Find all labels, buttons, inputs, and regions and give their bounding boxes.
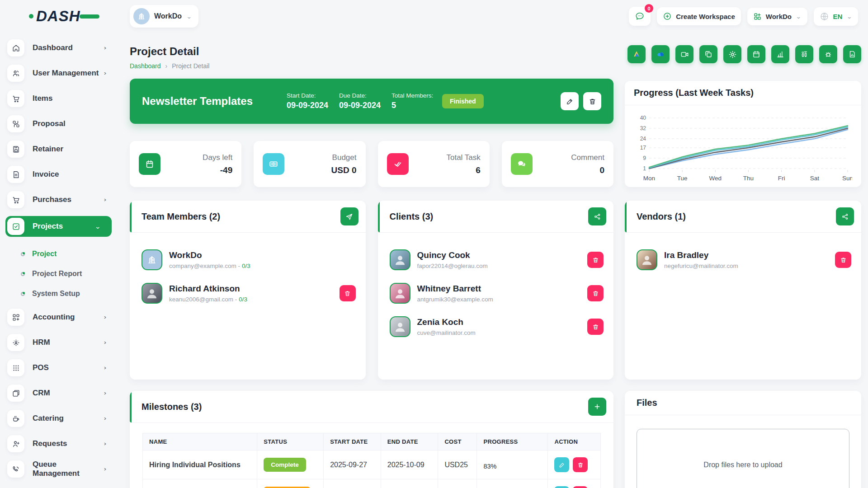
language-selector[interactable]: EN ⌄: [814, 7, 858, 26]
remove-client-button[interactable]: [587, 285, 604, 301]
progress-chart-title: Progress (Last Week Tasks): [634, 88, 754, 98]
column-header: START DATE: [324, 433, 381, 450]
clients-card: Clients (3) Quincy Cook fapor22014@ogler…: [378, 201, 614, 380]
logo-text: DASH: [36, 8, 80, 25]
send-icon: [345, 213, 353, 221]
workspace-switcher[interactable]: WorkDo ⌄: [130, 5, 198, 28]
cart-icon: [7, 90, 24, 107]
video-meeting-button[interactable]: [675, 45, 693, 63]
sidebar-item-crm[interactable]: CRM ›: [7, 384, 112, 402]
bar-chart-icon: [776, 50, 784, 58]
member-email: company@example.com -0/3: [169, 263, 250, 269]
page-header: Project Detail Dashboard › Project Detai…: [130, 45, 861, 70]
stat-total-task: Total Task 6: [378, 141, 490, 187]
team-member-row: Richard Atkinson keanu2006@gmail.com -0/…: [142, 280, 356, 307]
share-vendors-button[interactable]: [836, 207, 854, 225]
target-user-icon: [7, 334, 24, 351]
sidebar-item-hrm[interactable]: HRM ›: [7, 333, 112, 352]
svg-text:Mon: Mon: [643, 175, 655, 182]
sidebar-subitem-system-setup[interactable]: System Setup: [7, 284, 112, 304]
svg-text:40: 40: [640, 115, 646, 121]
google-drive-button[interactable]: [627, 45, 646, 63]
chevron-right-icon: ›: [104, 44, 106, 51]
sidebar-item-dashboard[interactable]: Dashboard ›: [7, 39, 112, 57]
edit-milestone-button[interactable]: [554, 457, 569, 472]
video-icon: [680, 50, 689, 59]
delete-milestone-button[interactable]: [573, 486, 588, 488]
sidebar-subitem-project-report[interactable]: Project Report: [7, 264, 112, 284]
sidebar-item-proposal[interactable]: Proposal: [7, 115, 112, 133]
messages-button[interactable]: 0: [629, 7, 651, 26]
language-label: EN: [833, 13, 843, 20]
remove-client-button[interactable]: [587, 319, 604, 335]
copy-button[interactable]: [699, 45, 717, 63]
settings-button[interactable]: [723, 45, 741, 63]
chevron-right-icon: ›: [104, 389, 106, 396]
sidebar-item-catering[interactable]: Catering ›: [7, 409, 112, 427]
bug-report-button[interactable]: [819, 45, 837, 63]
sidebar: Dashboard › User Management › Items Prop…: [0, 33, 116, 488]
project-name: Newsletter Templates: [142, 95, 287, 108]
sidebar-subitem-project[interactable]: Project: [7, 244, 112, 264]
chevron-right-icon: ›: [104, 196, 106, 203]
chevron-down-icon: ⌄: [796, 14, 802, 19]
sidebar-item-pos[interactable]: POS ›: [7, 359, 112, 377]
vendors-card: Vendors (1) Ira Bradley negefuricu@maili…: [625, 201, 861, 380]
sidebar-item-accounting[interactable]: Accounting ›: [7, 308, 112, 326]
chevron-right-icon: ›: [104, 314, 106, 320]
grid-plus-icon: [7, 309, 24, 326]
coffee-icon: [7, 410, 24, 427]
chart-button[interactable]: [771, 45, 789, 63]
share-icon: [594, 213, 601, 221]
sidebar-item-queue-management[interactable]: Queue Management ›: [7, 460, 112, 478]
sidebar-item-user-management[interactable]: User Management ›: [7, 64, 112, 82]
svg-text:24: 24: [640, 136, 646, 142]
workspace-menu[interactable]: WorkDo ⌄: [747, 8, 807, 25]
breadcrumb-dashboard-link[interactable]: Dashboard: [130, 62, 161, 70]
sidebar-item-items[interactable]: Items: [7, 89, 112, 108]
calendar-button[interactable]: [747, 45, 765, 63]
member-name: Zenia Koch: [417, 317, 476, 327]
edit-milestone-button[interactable]: [554, 486, 569, 488]
logo-bar: [80, 14, 99, 19]
create-workspace-button[interactable]: Create Workspace: [657, 7, 741, 25]
column-header: ACTION: [548, 433, 601, 450]
avatar: [390, 249, 410, 270]
file-dropzone[interactable]: Drop files here to upload: [637, 429, 849, 488]
column-header: STATUS: [257, 433, 324, 450]
remove-client-button[interactable]: [587, 252, 604, 268]
tracker-button[interactable]: [795, 45, 813, 63]
sidebar-item-retainer[interactable]: Retainer: [7, 140, 112, 158]
client-row: Quincy Cook fapor22014@oglerau.com: [390, 246, 604, 273]
avatar: [637, 249, 657, 270]
remove-vendor-button[interactable]: [835, 252, 851, 268]
delete-project-button[interactable]: [583, 92, 601, 110]
edit-project-button[interactable]: [561, 92, 579, 110]
sidebar-item-purchases[interactable]: Purchases ›: [7, 191, 112, 209]
calendar-icon: [139, 153, 160, 175]
delete-milestone-button[interactable]: [573, 457, 588, 472]
sidebar-item-projects[interactable]: Projects ⌄: [5, 216, 112, 237]
user-plus-icon: [7, 435, 24, 452]
trash-icon: [840, 257, 847, 263]
share-clients-button[interactable]: [588, 207, 606, 225]
member-name: Quincy Cook: [417, 250, 488, 260]
onedrive-button[interactable]: [651, 45, 670, 63]
breadcrumb-separator: ›: [165, 62, 168, 70]
globe-icon: [820, 12, 829, 21]
invite-member-button[interactable]: [340, 207, 359, 225]
chevron-down-icon: ⌄: [846, 14, 852, 19]
svg-text:Sat: Sat: [810, 175, 820, 182]
report-file-button[interactable]: [843, 45, 861, 63]
workspace-menu-label: WorkDo: [766, 13, 792, 20]
topbar-actions: 0 Create Workspace WorkDo ⌄ EN ⌄: [629, 7, 858, 26]
chevron-down-icon: ⌄: [95, 223, 101, 230]
calendar-icon: [752, 50, 760, 58]
create-workspace-label: Create Workspace: [676, 13, 735, 20]
file-report-icon: [848, 50, 856, 58]
remove-member-button[interactable]: [340, 285, 356, 301]
sidebar-item-requests[interactable]: Requests ›: [7, 435, 112, 453]
sidebar-item-invoice[interactable]: Invoice: [7, 165, 112, 183]
vendor-row: Ira Bradley negefuricu@mailinator.com: [637, 246, 851, 273]
add-milestone-button[interactable]: [588, 398, 606, 416]
